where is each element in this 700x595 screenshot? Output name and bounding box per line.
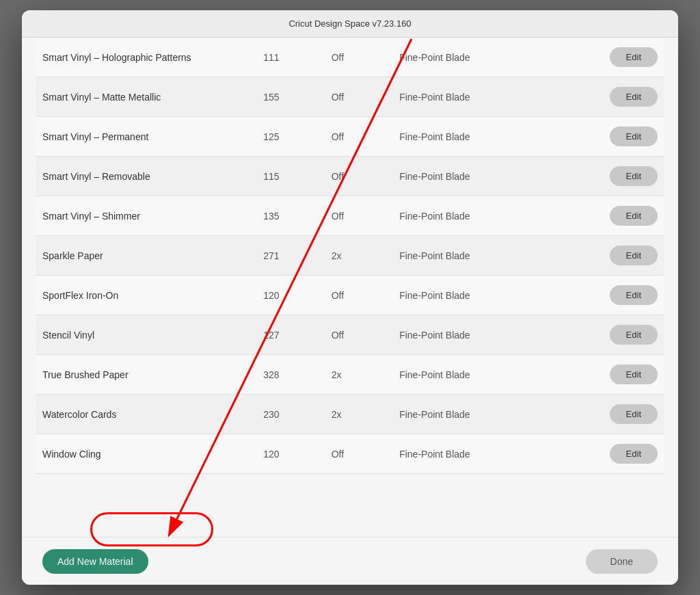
edit-cell: Edit — [563, 236, 664, 276]
passes-value: Off — [325, 434, 392, 474]
table-row: Smart Vinyl – Removable115OffFine-Point … — [36, 157, 664, 196]
edit-button[interactable]: Edit — [610, 285, 658, 305]
edit-button[interactable]: Edit — [610, 325, 658, 345]
edit-button[interactable]: Edit — [610, 47, 658, 67]
material-name: Stencil Vinyl — [36, 315, 256, 355]
edit-button[interactable]: Edit — [610, 127, 658, 146]
material-name: Watercolor Cards — [36, 395, 256, 434]
passes-value: 2x — [325, 355, 392, 395]
passes-value: Off — [325, 157, 392, 196]
done-button[interactable]: Done — [586, 549, 658, 574]
material-name: Smart Vinyl – Matte Metallic — [36, 77, 256, 117]
passes-value: 2x — [325, 236, 392, 276]
pressure-value: 271 — [256, 236, 324, 276]
edit-cell: Edit — [563, 196, 664, 236]
material-name: Window Cling — [36, 434, 256, 474]
table-row: True Brushed Paper3282xFine-Point BladeE… — [36, 355, 664, 395]
material-name: SportFlex Iron-On — [36, 276, 256, 315]
edit-button[interactable]: Edit — [610, 444, 658, 464]
passes-value: Off — [325, 315, 392, 355]
pressure-value: 125 — [256, 117, 324, 157]
modal: Cricut Design Space v7.23.160 Smart Viny… — [22, 10, 678, 585]
edit-button[interactable]: Edit — [610, 404, 658, 424]
blade-type: Fine-Point Blade — [392, 276, 563, 315]
blade-type: Fine-Point Blade — [392, 434, 563, 474]
edit-cell: Edit — [563, 77, 664, 117]
edit-cell: Edit — [563, 117, 664, 157]
blade-type: Fine-Point Blade — [392, 157, 563, 196]
material-name: Smart Vinyl – Holographic Patterns — [36, 38, 256, 77]
blade-type: Fine-Point Blade — [392, 236, 563, 276]
pressure-value: 328 — [256, 355, 324, 395]
passes-value: Off — [325, 276, 392, 315]
edit-cell: Edit — [563, 157, 664, 196]
blade-type: Fine-Point Blade — [392, 315, 563, 355]
material-name: Smart Vinyl – Removable — [36, 157, 256, 196]
edit-cell: Edit — [563, 434, 664, 474]
pressure-value: 111 — [256, 38, 324, 77]
passes-value: Off — [325, 38, 392, 77]
pressure-value: 120 — [256, 434, 324, 474]
pressure-value: 127 — [256, 315, 324, 355]
edit-cell: Edit — [563, 276, 664, 315]
material-name: Smart Vinyl – Shimmer — [36, 196, 256, 236]
table-row: Smart Vinyl – Shimmer135OffFine-Point Bl… — [36, 196, 664, 236]
materials-table: Smart Vinyl – Holographic Patterns111Off… — [36, 38, 664, 474]
pressure-value: 115 — [256, 157, 324, 196]
passes-value: Off — [325, 196, 392, 236]
footer: Add New Material Done — [22, 537, 678, 585]
pressure-value: 155 — [256, 77, 324, 117]
edit-cell: Edit — [563, 355, 664, 395]
table-row: Window Cling120OffFine-Point BladeEdit — [36, 434, 664, 474]
pressure-value: 230 — [256, 395, 324, 434]
table-row: Smart Vinyl – Holographic Patterns111Off… — [36, 38, 664, 77]
blade-type: Fine-Point Blade — [392, 395, 563, 434]
add-material-button[interactable]: Add New Material — [42, 549, 148, 574]
blade-type: Fine-Point Blade — [392, 77, 563, 117]
table-row: SportFlex Iron-On120OffFine-Point BladeE… — [36, 276, 664, 315]
edit-cell: Edit — [563, 38, 664, 77]
app-title: Cricut Design Space v7.23.160 — [288, 18, 411, 29]
edit-button[interactable]: Edit — [610, 166, 658, 186]
table-row: Smart Vinyl – Matte Metallic155OffFine-P… — [36, 77, 664, 117]
edit-button[interactable]: Edit — [610, 365, 658, 384]
table-row: Watercolor Cards2302xFine-Point BladeEdi… — [36, 395, 664, 434]
table-row: Sparkle Paper2712xFine-Point BladeEdit — [36, 236, 664, 276]
edit-cell: Edit — [563, 315, 664, 355]
table-row: Smart Vinyl – Permanent125OffFine-Point … — [36, 117, 664, 157]
title-bar: Cricut Design Space v7.23.160 — [22, 10, 678, 38]
modal-backdrop: Cricut Design Space v7.23.160 Smart Viny… — [0, 0, 700, 595]
passes-value: Off — [325, 77, 392, 117]
edit-button[interactable]: Edit — [610, 206, 658, 226]
pressure-value: 135 — [256, 196, 324, 236]
passes-value: Off — [325, 117, 392, 157]
material-name: True Brushed Paper — [36, 355, 256, 395]
pressure-value: 120 — [256, 276, 324, 315]
edit-button[interactable]: Edit — [610, 87, 658, 107]
passes-value: 2x — [325, 395, 392, 434]
blade-type: Fine-Point Blade — [392, 117, 563, 157]
material-name: Smart Vinyl – Permanent — [36, 117, 256, 157]
blade-type: Fine-Point Blade — [392, 355, 563, 395]
material-name: Sparkle Paper — [36, 236, 256, 276]
blade-type: Fine-Point Blade — [392, 38, 563, 77]
blade-type: Fine-Point Blade — [392, 196, 563, 236]
table-row: Stencil Vinyl127OffFine-Point BladeEdit — [36, 315, 664, 355]
edit-button[interactable]: Edit — [610, 246, 658, 265]
table-container[interactable]: Smart Vinyl – Holographic Patterns111Off… — [22, 38, 678, 537]
edit-cell: Edit — [563, 395, 664, 434]
